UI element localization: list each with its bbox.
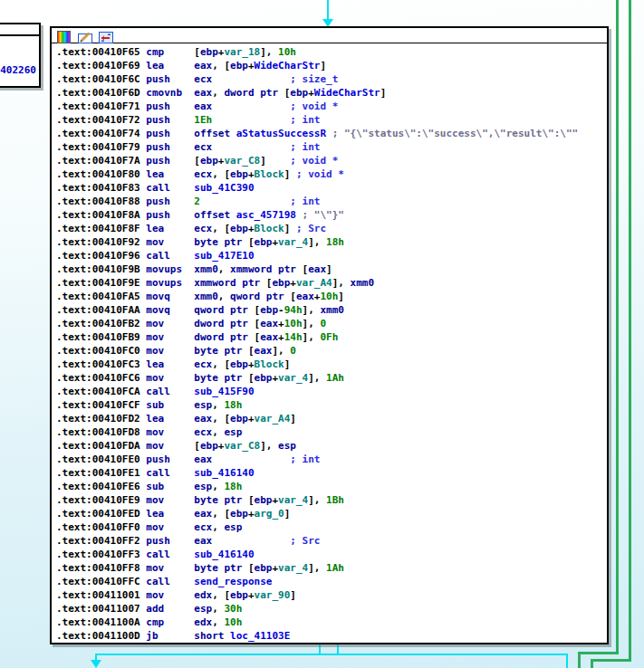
asm-line[interactable]: .text:00410FB2 mov dword ptr [eax+10h], … <box>56 317 607 330</box>
asm-token: + <box>248 358 255 370</box>
asm-token: .text:00410FCF <box>56 399 146 411</box>
asm-line[interactable]: .text:00410F8A push offset asc_457198 ; … <box>56 208 607 222</box>
asm-line[interactable]: .text:00410FF8 mov byte ptr [ebp+var_4],… <box>56 561 607 575</box>
asm-line[interactable]: .text:00410F79 push ecx ; int <box>56 140 607 154</box>
asm-line[interactable]: .text:00410FC3 lea ecx, [ebp+Block] <box>56 358 607 371</box>
asm-token: call <box>146 549 194 560</box>
asm-token: call <box>146 576 194 587</box>
asm-line[interactable]: .text:00410F72 push 1Eh ; int <box>56 113 607 127</box>
asm-token: ebp <box>230 168 248 180</box>
asm-token: 18h <box>224 399 242 411</box>
asm-token: ebp <box>255 372 273 384</box>
asm-token: push <box>146 73 194 85</box>
asm-line[interactable]: .text:0041100A cmp edx, 10h <box>56 616 607 629</box>
asm-line[interactable]: .text:00410FE6 sub esp, 18h <box>56 480 607 493</box>
asm-token: .text:00410FE6 <box>56 481 146 492</box>
asm-line[interactable]: .text:00410F74 push offset aStatusSucces… <box>56 127 607 140</box>
asm-token: esp <box>224 521 242 533</box>
asm-token: .text:00410FC6 <box>56 372 146 384</box>
asm-line[interactable]: .text:00410F7A push [ebp+var_C8] ; void … <box>56 154 607 167</box>
basic-block-node[interactable]: .text:00410F65 cmp [ebp+var_18], 10h.tex… <box>50 26 609 644</box>
asm-line[interactable]: .text:00410FC0 mov byte ptr [eax], 0 <box>56 344 607 358</box>
asm-token: ebp <box>200 440 218 452</box>
asm-token: sub <box>146 481 194 492</box>
asm-line[interactable]: .text:00410FF0 mov ecx, esp <box>56 520 607 534</box>
asm-line[interactable]: .text:00410FED lea eax, [ebp+arg_0] <box>56 507 607 520</box>
asm-line[interactable]: .text:00411001 mov edx, [ebp+var_90] <box>56 588 607 602</box>
asm-token: var_C8 <box>224 440 260 452</box>
asm-line[interactable]: .text:00410F9B movups xmm0, xmmword ptr … <box>56 262 607 276</box>
partial-node-left[interactable]: 402260 <box>0 23 41 88</box>
asm-token: + <box>290 277 296 289</box>
asm-line[interactable]: .text:00410FCF sub esp, 18h <box>56 398 607 412</box>
asm-line[interactable]: .text:00410FB9 mov dword ptr [eax+14h], … <box>56 330 607 344</box>
asm-token: eax <box>194 60 212 72</box>
asm-token: [ <box>290 291 296 302</box>
asm-line[interactable]: .text:00410F96 call sub_417E10 <box>56 249 607 262</box>
asm-line[interactable]: .text:00410F88 push 2 ; int <box>56 195 607 208</box>
asm-line[interactable]: .text:00410F92 mov byte ptr [ebp+var_4],… <box>56 235 607 249</box>
asm-token: ] <box>338 291 344 302</box>
asm-line[interactable]: .text:00410F65 cmp [ebp+var_18], 10h <box>56 45 607 59</box>
asm-token: 14h <box>284 331 303 343</box>
asm-line[interactable]: .text:00410FAA movq qword ptr [ebp-94h],… <box>56 303 607 317</box>
asm-token: movq <box>146 304 194 316</box>
asm-token: ], <box>260 46 278 58</box>
asm-line[interactable]: .text:00411007 add esp, 30h <box>56 602 607 616</box>
asm-token <box>212 535 290 547</box>
asm-token: jb <box>146 630 194 642</box>
asm-line[interactable]: .text:00410FF3 call sub_416140 <box>56 548 607 561</box>
edit-comment-icon[interactable] <box>78 30 92 42</box>
asm-line[interactable]: .text:0041100D jb short loc_41103E <box>56 629 607 643</box>
asm-line[interactable]: .text:00410FA5 movq xmm0, qword ptr [eax… <box>56 290 607 303</box>
asm-token: ], <box>332 277 351 289</box>
asm-line[interactable]: .text:00410FD8 mov ecx, esp <box>56 425 607 439</box>
asm-token: var_90 <box>255 589 291 601</box>
asm-token: .text:00410FE9 <box>56 494 146 506</box>
asm-token: push <box>146 128 194 139</box>
asm-line[interactable]: .text:00410F8F lea ecx, [ebp+Block] ; Sr… <box>56 222 607 235</box>
asm-line[interactable]: .text:00410F71 push eax ; void * <box>56 100 607 113</box>
ida-graph-view[interactable]: 402260 <box>0 0 644 668</box>
asm-token: movups <box>146 263 194 275</box>
asm-line[interactable]: .text:00410F6C push ecx ; size_t <box>56 72 607 86</box>
asm-line[interactable]: .text:00410FD2 lea eax, [ebp+var_A4] <box>56 412 607 425</box>
asm-token: esp <box>194 399 212 411</box>
asm-token: ; int <box>290 453 320 465</box>
asm-line[interactable]: .text:00410F9E movups xmmword ptr [ebp+v… <box>56 276 607 290</box>
asm-token: sub_415F90 <box>194 386 254 397</box>
group-node-icon[interactable] <box>99 30 113 42</box>
asm-token: .text:0041100A <box>56 616 146 628</box>
asm-token: .text:00410FED <box>56 508 146 520</box>
asm-token: .text:00410FDA <box>56 440 146 452</box>
outgoing-edge-right-vertical <box>566 654 568 668</box>
asm-line[interactable]: .text:00410FFC call send_response <box>56 575 607 588</box>
asm-token: , <box>212 603 224 615</box>
asm-token: edx <box>194 616 212 628</box>
asm-token: xmm0 <box>320 304 344 316</box>
asm-line[interactable]: .text:00410F6D cmovnb eax, dword ptr [eb… <box>56 86 607 100</box>
asm-line[interactable]: .text:00410F80 lea ecx, [ebp+Block] ; vo… <box>56 167 607 181</box>
asm-line[interactable]: .text:00410FF2 push eax ; Src <box>56 534 607 548</box>
asm-line[interactable]: .text:00410FC6 mov byte ptr [ebp+var_4],… <box>56 371 607 385</box>
asm-token: ] <box>290 413 296 425</box>
asm-token: sub <box>146 399 194 411</box>
asm-token: .text:00410F74 <box>56 128 146 139</box>
asm-line[interactable]: .text:00410F69 lea eax, [ebp+WideCharStr… <box>56 59 607 72</box>
asm-token: ; Src <box>296 223 326 234</box>
asm-token: cmp <box>146 46 194 58</box>
asm-line[interactable]: .text:00410F83 call sub_41C390 <box>56 181 607 195</box>
asm-token: 94h <box>284 304 303 316</box>
asm-token: .text:00410F92 <box>56 236 146 248</box>
asm-token: .text:00410FFC <box>56 576 146 587</box>
asm-token <box>212 453 290 465</box>
asm-line[interactable]: .text:00410FE9 mov byte ptr [ebp+var_4],… <box>56 493 607 507</box>
node-color-palette-icon[interactable] <box>57 30 72 42</box>
asm-line[interactable]: .text:00410FE1 call sub_416140 <box>56 466 607 480</box>
asm-token: .text:00410FA5 <box>56 291 146 302</box>
asm-line[interactable]: .text:00410FDA mov [ebp+var_C8], esp <box>56 439 607 453</box>
asm-token: mov <box>146 494 194 506</box>
asm-line[interactable]: .text:00410FCA call sub_415F90 <box>56 385 607 398</box>
asm-token: .text:00410FC0 <box>56 345 146 357</box>
asm-line[interactable]: .text:00410FE0 push eax ; int <box>56 453 607 466</box>
